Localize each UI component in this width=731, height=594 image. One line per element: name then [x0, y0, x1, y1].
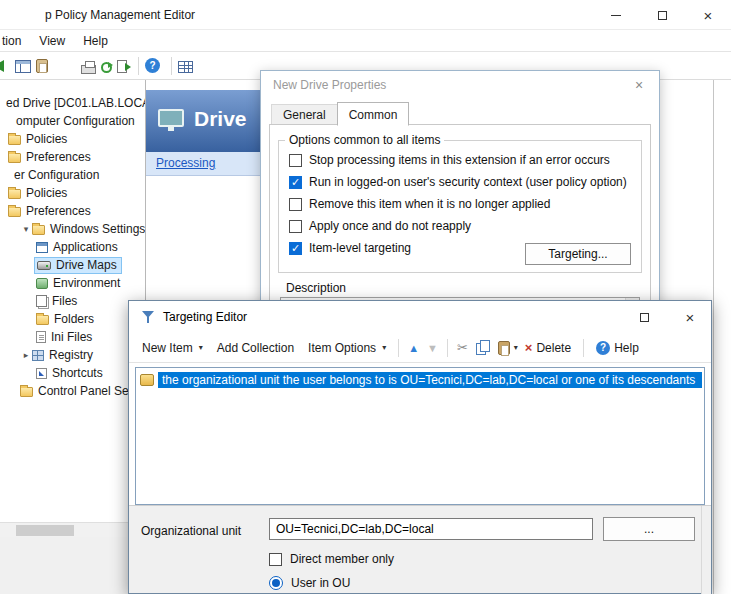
back-icon[interactable] [0, 58, 8, 74]
tree-item-registry[interactable]: ▸ Registry [0, 346, 146, 364]
tree-item-folders[interactable]: Folders [0, 310, 146, 328]
help-icon[interactable]: ? [145, 58, 160, 73]
checkbox-icon[interactable] [289, 198, 302, 211]
main-titlebar: p Policy Management Editor × [0, 0, 731, 30]
targeting-detail-pane: Organizational unit ... Direct member on… [129, 505, 711, 593]
registry-icon [32, 350, 44, 361]
targeting-items-list[interactable]: the organizational unit the user belongs… [135, 367, 705, 505]
tree-item-mapped-drive-root[interactable]: ed Drive [DC01.LAB.LOCA [0, 94, 146, 112]
radio-icon[interactable] [269, 576, 283, 590]
export-list-icon[interactable] [117, 60, 127, 73]
targeting-item-ou[interactable]: the organizational unit the user belongs… [138, 370, 702, 389]
options-group: Options common to all items Stop process… [278, 133, 642, 273]
tree-item-preferences-computer[interactable]: Preferences [0, 148, 146, 166]
folder-icon [36, 315, 49, 325]
help-button[interactable]: ?Help [589, 337, 646, 359]
maximize-button[interactable] [639, 0, 685, 30]
checkbox-icon[interactable] [289, 220, 302, 233]
applications-icon [36, 242, 48, 253]
chevron-expanded-icon[interactable]: ▾ [20, 224, 32, 234]
move-down-icon[interactable]: ▼ [423, 342, 442, 354]
tree-item-user-configuration[interactable]: er Configuration [0, 166, 146, 184]
option-run-in-user-context[interactable]: Run in logged-on user's security context… [289, 173, 631, 191]
targeting-toolbar: New Item▾ Add Collection Item Options▾ ▲… [129, 333, 711, 363]
targeting-item-text: the organizational unit the user belongs… [158, 372, 702, 388]
banner-title: Drive [194, 107, 247, 131]
move-up-icon[interactable]: ▲ [404, 342, 423, 354]
close-button[interactable]: × [667, 301, 713, 333]
folder-icon [8, 207, 21, 217]
toolbar-separator [171, 57, 172, 75]
organizational-unit-label: Organizational unit [141, 524, 241, 538]
maximize-button[interactable] [621, 301, 667, 333]
tree-item-ini-files[interactable]: Ini Files [0, 328, 146, 346]
tab-common[interactable]: Common [337, 102, 410, 126]
tree-item-windows-settings[interactable]: ▾ Windows Settings [0, 220, 146, 238]
folder-icon [20, 387, 33, 397]
checkbox-icon[interactable] [269, 553, 282, 566]
delete-button[interactable]: ×Delete [518, 336, 578, 359]
tree-item-computer-configuration[interactable]: omputer Configuration [0, 112, 146, 130]
refresh-icon[interactable] [101, 62, 112, 73]
direct-member-only-option[interactable]: Direct member only [269, 552, 394, 566]
paste-icon[interactable] [498, 341, 510, 355]
tree-horizontal-scrollbar[interactable] [0, 522, 146, 537]
folder-icon [8, 153, 21, 163]
close-button[interactable]: × [685, 0, 731, 30]
tree-item-environment[interactable]: Environment [0, 274, 146, 292]
chevron-collapsed-icon[interactable]: ▸ [20, 350, 32, 360]
menu-action[interactable]: tion [0, 31, 30, 51]
tree-item-policies-computer[interactable]: Policies [0, 130, 146, 148]
option-stop-processing[interactable]: Stop processing items in this extension … [289, 151, 631, 169]
option-label: Remove this item when it is no longer ap… [309, 197, 550, 211]
tree-item-policies-user[interactable]: Policies [0, 184, 146, 202]
copy-icon[interactable] [476, 340, 490, 355]
list-view-icon[interactable] [178, 61, 193, 73]
drive-maps-banner-icon [158, 109, 184, 127]
environment-icon [36, 278, 48, 289]
print-icon[interactable] [81, 65, 96, 74]
chevron-down-icon: ▾ [382, 343, 386, 352]
properties-icon[interactable] [36, 59, 48, 73]
user-in-ou-option[interactable]: User in OU [269, 576, 350, 590]
checkbox-icon[interactable] [289, 242, 302, 255]
organizational-unit-input[interactable] [269, 518, 593, 540]
tree-item-shortcuts[interactable]: Shortcuts [0, 364, 146, 382]
item-options-button[interactable]: Item Options▾ [301, 337, 393, 359]
new-item-button[interactable]: New Item▾ [135, 337, 210, 359]
show-console-tree-icon[interactable] [15, 60, 31, 73]
targeting-button[interactable]: Targeting... [525, 243, 631, 265]
description-label: Description [286, 281, 346, 295]
browse-button[interactable]: ... [603, 517, 695, 541]
checkbox-icon[interactable] [289, 176, 302, 189]
tree-item-applications[interactable]: Applications [0, 238, 146, 256]
drive-maps-icon [37, 261, 51, 270]
tree-item-drive-maps[interactable]: Drive Maps [0, 256, 146, 274]
option-remove-when-not-applied[interactable]: Remove this item when it is no longer ap… [289, 195, 631, 213]
menu-view[interactable]: View [30, 31, 74, 51]
main-window-title: p Policy Management Editor [45, 8, 195, 22]
close-icon: × [686, 310, 695, 325]
minimize-button[interactable] [593, 0, 639, 30]
processing-link[interactable]: Processing [156, 156, 215, 170]
option-label: Item-level targeting [309, 241, 411, 255]
option-label: Stop processing items in this extension … [309, 153, 610, 167]
checkbox-icon[interactable] [289, 154, 302, 167]
tree-item-files[interactable]: Files [0, 292, 146, 310]
option-apply-once[interactable]: Apply once and do not reapply [289, 217, 631, 235]
maximize-icon [658, 11, 667, 20]
item-options-label: Item Options [308, 341, 376, 355]
window-bottom-area [0, 537, 146, 594]
menu-bar: tion View Help [0, 30, 731, 52]
option-label: Run in logged-on user's security context… [309, 175, 627, 189]
menu-help[interactable]: Help [74, 31, 117, 51]
detail-scrollbar[interactable] [701, 506, 711, 594]
tree-item-control-panel-settings[interactable]: Control Panel Sett [0, 382, 146, 400]
screen: p Policy Management Editor × tion View H… [0, 0, 731, 594]
cut-icon[interactable]: ✂ [453, 340, 472, 355]
add-collection-button[interactable]: Add Collection [210, 337, 301, 359]
delete-label: Delete [536, 341, 571, 355]
close-button[interactable]: × [619, 71, 659, 99]
scrollbar-thumb[interactable] [16, 525, 74, 536]
tree-item-preferences-user[interactable]: Preferences [0, 202, 146, 220]
